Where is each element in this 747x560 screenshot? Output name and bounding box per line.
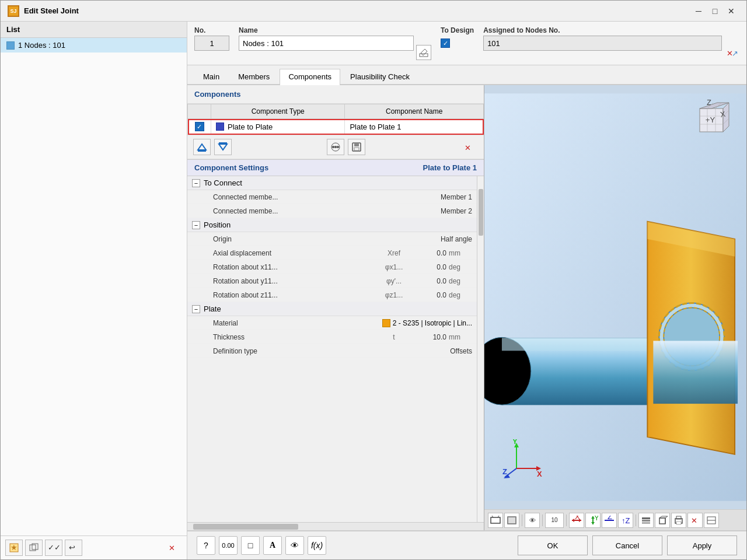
- assigned-input[interactable]: [483, 36, 722, 51]
- undo-button[interactable]: ↩: [65, 540, 82, 556]
- vt-axis-z-button[interactable]: Z: [602, 513, 617, 528]
- vt-axis-x-button[interactable]: X: [569, 513, 584, 528]
- rot-x-mid: φx1...: [376, 263, 411, 271]
- name-label: Name: [239, 26, 431, 34]
- ok-button[interactable]: OK: [518, 536, 588, 555]
- name-input[interactable]: [239, 36, 414, 51]
- titlebar: SJ Edit Steel Joint ─ □ ✕: [1, 1, 746, 22]
- collapse-position[interactable]: −: [192, 221, 200, 229]
- collapse-to-connect[interactable]: −: [192, 179, 200, 187]
- assigned-field-group: Assigned to Nodes No. ✕ ↗: [483, 26, 739, 60]
- svg-text:Y: Y: [594, 516, 598, 522]
- svg-text:↗: ↗: [732, 49, 738, 58]
- move-down-button[interactable]: [214, 139, 232, 155]
- component-checkbox[interactable]: ✓: [193, 122, 206, 131]
- component-toolbar: ✕: [187, 135, 484, 159]
- material-color-swatch: [382, 319, 390, 327]
- delete-list-button[interactable]: ✕: [165, 540, 182, 556]
- remove-assigned-button[interactable]: ✕ ↗: [724, 45, 739, 60]
- svg-point-14: [334, 146, 337, 148]
- group-plate: − Plate: [187, 302, 477, 316]
- formula-button[interactable]: f(x): [308, 536, 326, 555]
- svg-text:Z: Z: [502, 467, 507, 476]
- component-color: [216, 123, 224, 131]
- name-edit-button[interactable]: [416, 45, 431, 60]
- origin-value: Half angle: [343, 235, 472, 243]
- cancel-button[interactable]: Cancel: [592, 536, 662, 555]
- vt-axis-y-button[interactable]: Y: [585, 513, 601, 528]
- origin-label: Origin: [213, 235, 343, 243]
- connected-member-1-value: Member 1: [343, 193, 472, 201]
- move-up-button[interactable]: [193, 139, 211, 155]
- vt-eye-button[interactable]: 👁: [525, 513, 540, 528]
- check-button[interactable]: ✓✓: [45, 540, 62, 556]
- vt-more-button[interactable]: [704, 513, 719, 528]
- view-button[interactable]: □: [241, 536, 260, 555]
- maximize-button[interactable]: □: [707, 4, 723, 18]
- left-bottom-toolbar: ★ ✓✓ ↩ ✕: [1, 536, 187, 559]
- save-component-button[interactable]: [348, 139, 365, 155]
- assigned-label: Assigned to Nodes No.: [483, 26, 739, 34]
- rot-y-mid: φy'...: [376, 277, 411, 285]
- list-header: List: [1, 22, 187, 38]
- vt-print-button[interactable]: [671, 513, 686, 528]
- horizontal-scrollbar[interactable]: [187, 522, 484, 530]
- add-item-button[interactable]: ★: [5, 540, 23, 556]
- to-design-checkbox[interactable]: ✓: [441, 38, 450, 48]
- to-design-group: To Design ✓: [441, 26, 474, 60]
- material-label: Material: [213, 319, 343, 327]
- svg-text:X: X: [537, 470, 542, 478]
- numbers-button[interactable]: 0.00: [219, 536, 238, 555]
- tab-members[interactable]: Members: [229, 69, 278, 84]
- svg-rect-81: [676, 522, 681, 524]
- def-type-label: Definition type: [213, 347, 343, 355]
- tab-plausibility[interactable]: Plausibility Check: [341, 69, 418, 84]
- window-title: Edit Steel Joint: [24, 6, 690, 15]
- help-button[interactable]: ?: [197, 536, 215, 555]
- tab-main[interactable]: Main: [194, 69, 228, 84]
- svg-text:✓✓: ✓✓: [48, 543, 60, 552]
- vt-render-button[interactable]: [504, 513, 519, 528]
- vt-3d-view-button[interactable]: [655, 513, 670, 528]
- settings-tree: − To Connect Connected membe... Member 1…: [187, 176, 477, 386]
- app-icon: SJ: [8, 5, 19, 17]
- tabs-bar: Main Members Components Plausibility Che…: [187, 65, 746, 85]
- delete-component-button[interactable]: ✕: [460, 139, 478, 155]
- vt-settings-button[interactable]: ✕: [687, 513, 703, 528]
- rot-x-row: Rotation about x11... φx1... 0.0 deg: [187, 260, 477, 274]
- svg-rect-18: [354, 148, 359, 150]
- minimize-button[interactable]: ─: [690, 4, 707, 18]
- group-to-connect: − To Connect: [187, 176, 477, 190]
- cube-nav[interactable]: +Y X Z: [688, 97, 735, 144]
- annotate-button[interactable]: A: [263, 536, 282, 555]
- thickness-label: Thickness: [213, 333, 376, 341]
- thickness-value: 10.0: [411, 333, 446, 341]
- vt-zoom-label[interactable]: 10: [545, 513, 564, 528]
- vt-axis-tz-button[interactable]: ↑Z: [618, 513, 633, 528]
- list-item[interactable]: 1 Nodes : 101: [1, 38, 187, 52]
- thickness-row: Thickness t 10.0 mm: [187, 330, 477, 344]
- duplicate-button[interactable]: [25, 540, 43, 556]
- component-name-cell: Plate to Plate 1: [345, 119, 484, 135]
- settings-scrollbar[interactable]: [477, 176, 484, 522]
- to-connect-label: To Connect: [204, 178, 242, 187]
- svg-marker-77: [659, 516, 668, 518]
- component-row[interactable]: ✓ Plate to Plate Plate to Plate 1: [188, 119, 484, 135]
- rot-z-label: Rotation about z11...: [213, 291, 376, 299]
- apply-button[interactable]: Apply: [667, 536, 737, 555]
- viewport: +Y X Z: [484, 85, 746, 530]
- svg-text:Z: Z: [608, 516, 612, 521]
- no-input[interactable]: [194, 36, 229, 51]
- svg-text:✕: ✕: [169, 544, 175, 552]
- tab-components[interactable]: Components: [280, 69, 340, 85]
- visibility-button[interactable]: 👁: [285, 536, 304, 555]
- svg-text:✕: ✕: [691, 516, 697, 525]
- collapse-plate[interactable]: −: [192, 305, 200, 313]
- vt-model-button[interactable]: [488, 513, 503, 528]
- add-component-button[interactable]: [327, 139, 344, 155]
- rot-z-mid: φz1...: [376, 291, 411, 299]
- rot-y-label: Rotation about y11...: [213, 277, 376, 285]
- axial-disp-unit: mm: [449, 249, 472, 257]
- vt-layers-button[interactable]: [638, 513, 654, 528]
- close-button[interactable]: ✕: [723, 4, 739, 18]
